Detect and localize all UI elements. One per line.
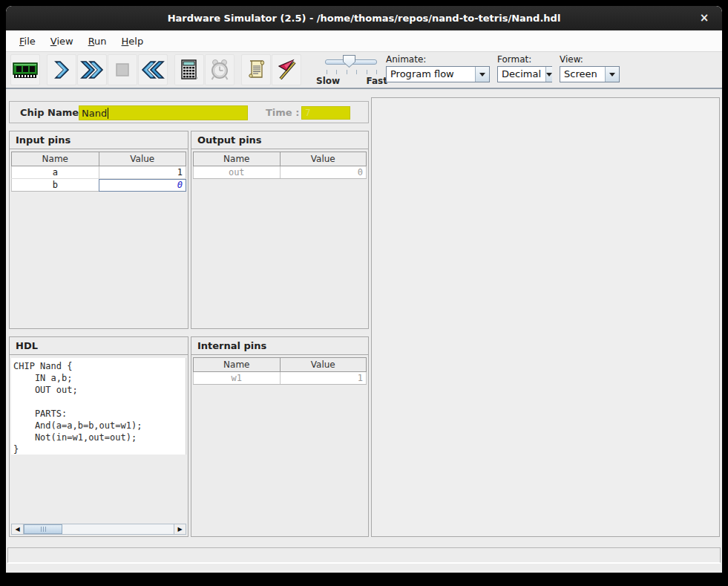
hdl-code-line [13, 396, 186, 408]
reset-icon [140, 59, 165, 80]
menu-file[interactable]: File [13, 33, 42, 49]
hdl-horizontal-scrollbar[interactable]: ◀ ▶ [11, 524, 186, 535]
load-script-button[interactable] [241, 54, 271, 85]
pin-value-cell[interactable]: 1 [99, 166, 186, 179]
time-value-field: 7 [301, 106, 350, 120]
single-step-button[interactable] [47, 54, 76, 85]
menu-bar: File View Run Help [6, 30, 722, 52]
format-label: Format: [497, 54, 552, 65]
close-icon[interactable]: × [697, 11, 712, 26]
eval-icon [180, 59, 199, 81]
hdl-code-line: } [13, 443, 186, 455]
load-chip-button[interactable] [10, 54, 40, 85]
menu-view[interactable]: View [45, 33, 79, 49]
title-bar: Hardware Simulator (2.5) - /home/thomas/… [6, 6, 722, 30]
column-header-name: Name [194, 358, 281, 372]
toolbar-combos: Animate: Program flow Format: Decimal Vi… [386, 54, 620, 82]
chip-name-input[interactable]: Nand [79, 105, 248, 120]
hdl-code-line: Not(in=w1,out=out); [13, 432, 186, 443]
single-step-icon [52, 59, 71, 80]
pin-name-cell: w1 [194, 372, 281, 385]
hdl-title: HDL [10, 337, 188, 355]
text-caret [108, 108, 108, 119]
menu-help[interactable]: Help [116, 33, 150, 49]
slider-fast-label: Fast [367, 76, 387, 86]
status-message-bar [7, 547, 721, 563]
run-icon [79, 59, 105, 80]
time-label: Time : [266, 107, 299, 118]
chevron-down-icon[interactable] [545, 67, 552, 82]
slider-slow-label: Slow [316, 76, 340, 86]
column-header-value: Value [280, 358, 367, 372]
chip-name-bar: Chip Name : Nand Time : 7 [9, 101, 369, 123]
scroll-left-icon[interactable]: ◀ [12, 524, 24, 534]
scrollbar-track[interactable] [62, 524, 174, 534]
breakpoints-icon [275, 59, 298, 81]
load-script-icon [246, 59, 266, 81]
output-pins-table: Name Value out 0 [193, 152, 367, 179]
pin-value-cell-editing[interactable]: 0 [99, 179, 186, 192]
hdl-code-view[interactable]: CHIP Nand { IN a,b; OUT out; PARTS: And(… [11, 358, 186, 455]
run-button[interactable] [77, 54, 107, 85]
format-value: Decimal [498, 67, 545, 82]
table-row: a 1 [12, 166, 186, 179]
internal-pins-title: Internal pins [191, 337, 368, 355]
speed-slider[interactable]: Slow Fast [316, 55, 387, 88]
reset-button[interactable] [138, 54, 168, 85]
breakpoints-button[interactable] [272, 54, 301, 85]
animate-value: Program flow [387, 67, 475, 82]
slider-ticks [327, 70, 377, 74]
hdl-panel: HDL CHIP Nand { IN a,b; OUT out; PARTS: … [9, 336, 188, 537]
format-group: Format: Decimal [497, 54, 552, 82]
format-select[interactable]: Decimal [497, 66, 552, 82]
internal-pins-table: Name Value w1 1 [193, 357, 367, 385]
view-select[interactable]: Screen [560, 66, 620, 82]
clock-icon [209, 59, 231, 81]
pin-value-cell: 0 [280, 166, 367, 179]
input-pins-table: Name Value a 1 b 0 [11, 152, 186, 192]
chip-name-label: Chip Name : [20, 107, 86, 118]
pin-name-cell[interactable]: b [12, 179, 99, 192]
hdl-code-line: PARTS: [13, 408, 186, 420]
column-header-value: Value [280, 152, 367, 166]
hdl-code-line: OUT out; [13, 384, 186, 396]
animate-select[interactable]: Program flow [386, 66, 490, 82]
chevron-down-icon[interactable] [475, 67, 489, 82]
toolbar: Slow Fast Animate: Program flow Format: … [6, 52, 722, 89]
output-pins-panel: Output pins Name Value out 0 [191, 131, 369, 329]
scrollbar-thumb[interactable] [24, 524, 62, 534]
input-pins-panel: Input pins Name Value a 1 b 0 [9, 131, 188, 329]
slider-thumb[interactable] [343, 55, 355, 68]
input-pins-title: Input pins [10, 131, 188, 149]
stop-button [108, 54, 137, 85]
table-row: w1 1 [194, 372, 367, 385]
pin-name-cell: out [194, 166, 281, 179]
toolbar-buttons [10, 54, 302, 85]
output-pins-title: Output pins [191, 131, 368, 149]
animate-group: Animate: Program flow [386, 54, 490, 82]
eval-button[interactable] [174, 54, 204, 85]
hdl-code-line: IN a,b; [13, 372, 186, 384]
scroll-right-icon[interactable]: ▶ [174, 524, 186, 534]
load-chip-icon [13, 60, 38, 79]
menu-run[interactable]: Run [82, 33, 113, 49]
hdl-code-line: And(a=a,b=b,out=w1); [13, 420, 186, 432]
pin-value-cell: 1 [280, 372, 367, 385]
chevron-down-icon[interactable] [605, 67, 619, 82]
pin-name-cell[interactable]: a [12, 166, 99, 179]
clock-button [205, 54, 235, 85]
column-header-value: Value [99, 152, 186, 166]
view-value: Screen [560, 67, 605, 82]
view-group: View: Screen [560, 54, 620, 82]
table-row: b 0 [12, 179, 186, 192]
internal-pins-panel: Internal pins Name Value w1 1 [191, 336, 369, 537]
table-row: out 0 [194, 166, 367, 179]
app-window: Hardware Simulator (2.5) - /home/thomas/… [6, 6, 722, 573]
animate-label: Animate: [386, 54, 490, 65]
hdl-code-line: CHIP Nand { [13, 360, 186, 372]
view-label: View: [560, 54, 620, 65]
screen-view-panel [371, 97, 720, 537]
column-header-name: Name [194, 152, 281, 166]
stop-icon [114, 62, 131, 78]
window-title: Hardware Simulator (2.5) - /home/thomas/… [168, 13, 561, 24]
